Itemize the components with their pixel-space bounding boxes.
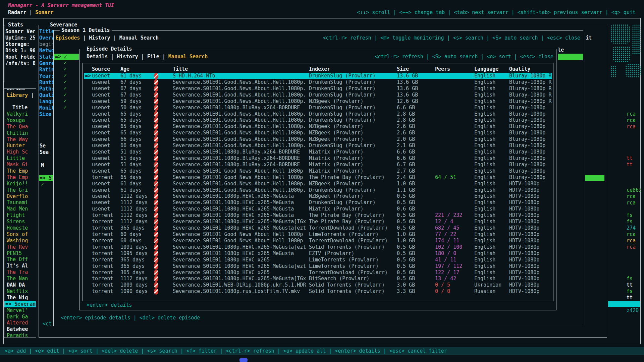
release-row[interactable]: torrent60 daysSeverance S01E01 Good News… [84, 231, 552, 238]
series-row[interactable]: Homeste [4, 225, 36, 231]
release-row[interactable]: usenet1112 daysSeverance.S01E01.1080p.HE… [84, 206, 552, 212]
episode-row-fragment[interactable]: => ✓ [54, 54, 79, 60]
selected-season-row-fragment[interactable] [585, 175, 604, 181]
series-row[interactable]: Dark Ga [4, 314, 36, 320]
clipped-column-fragment: tt [627, 295, 641, 301]
episode-tab-details[interactable]: Details [87, 54, 108, 60]
release-row[interactable]: torrent1112 daysSeverance.S01E01.1080p.H… [84, 219, 552, 225]
series-row[interactable]: Valkyri [4, 111, 36, 117]
series-row[interactable]: The Nig [4, 295, 36, 301]
series-row[interactable]: Mask Gi [4, 162, 36, 168]
series-row[interactable]: Chillin [4, 130, 36, 136]
series-row[interactable]: It's Al [4, 263, 36, 269]
release-row[interactable]: torrent1090 daysSeverance.S01E01.1080p.r… [84, 288, 552, 295]
series-row[interactable]: The Rev [4, 244, 36, 250]
release-row[interactable]: usenet67 daysSeverance.S01E01.Good.News.… [84, 79, 552, 85]
series-row[interactable]: The Qwa [4, 124, 36, 130]
series-row[interactable]: Paradis [4, 333, 36, 338]
series-row[interactable]: The Nan [4, 276, 36, 282]
release-row[interactable]: torrent365 daysSeverance S01E01 1080p HE… [84, 263, 552, 269]
release-row[interactable]: torrent1091 daysSeverance.S01E01.1080p.H… [84, 244, 552, 250]
release-row[interactable]: usenet67 daysSeverance.S01E01.Good.News.… [84, 85, 552, 92]
episode-row-fragment[interactable]: ✓ [54, 104, 79, 111]
servarr-tab-sonarr[interactable]: Sonarr [35, 9, 53, 15]
series-row[interactable]: Little [4, 155, 36, 162]
release-row[interactable]: torrent1095 daysSeverance S01E01 1080p H… [84, 250, 552, 257]
release-row[interactable]: usenet1112 daysSeverance.S01E01.1080p.HE… [84, 193, 552, 199]
series-row[interactable]: Hunter [4, 142, 36, 149]
selected-series-row-fragment[interactable] [608, 301, 640, 307]
release-row[interactable]: torrent365 daysSeverance S01E01 1080p HE… [84, 225, 552, 231]
release-row[interactable]: usenet59 daysSeverance.S01E01.Good.News.… [84, 98, 552, 105]
release-lang: English [474, 111, 508, 117]
series-row[interactable]: The Emp [4, 174, 36, 181]
selected-season-row[interactable]: => S [39, 175, 53, 181]
stats-panel-title: Stats [6, 22, 25, 28]
series-row[interactable]: High Sc [4, 149, 36, 155]
release-row[interactable]: =>usenet61 daysS-HD.H.264-NTbDrunkenSlug… [84, 73, 552, 79]
release-row[interactable]: usenet67 daysSeverance.S01E01.Good.News.… [84, 92, 552, 98]
series-row[interactable]: The Way [4, 136, 36, 143]
release-row[interactable]: usenet66 daysSeverance.S01E01.Good.News.… [84, 136, 552, 142]
release-row[interactable]: torrent365 daysSeverance S01E01 1080p HE… [84, 269, 552, 276]
series-row[interactable]: Overflo [4, 193, 36, 200]
release-row[interactable]: torrent1112 daysSeverance.S01E01.1080p.H… [84, 276, 552, 282]
episode-row-fragment[interactable]: ✓ [54, 92, 79, 98]
release-row[interactable]: usenet61 daysSeverance.S01E01.Good.News.… [84, 181, 552, 187]
episode-tab-file[interactable]: File [147, 54, 159, 60]
release-row[interactable]: usenet51 daysSeverance.S01E01.1080p.BluR… [84, 162, 552, 168]
release-row[interactable]: torrent1009 daysSeverance.S01E01.WEB-DLR… [84, 282, 552, 288]
episode-row-fragment[interactable]: ✓ [54, 85, 79, 92]
series-row[interactable]: Sons of [4, 231, 36, 238]
season-tab-bar: Episodes | History | Manual Search [56, 35, 159, 41]
series-row[interactable]: Mad Men [4, 206, 36, 212]
release-row[interactable]: torrent60 daysSeverance S01E01 Good News… [84, 238, 552, 244]
series-row[interactable]: PEN15 [4, 250, 36, 257]
release-row[interactable]: usenet65 daysSeverance.S01E01.Good.News.… [84, 117, 552, 123]
release-row[interactable]: usenet65 daysSeverance.S01E01.Good.News.… [84, 130, 552, 136]
series-field-label: Langu [39, 99, 54, 105]
release-row[interactable]: usenet51 daysSeverance.S01E01.1080p.BluR… [84, 149, 552, 155]
release-row[interactable]: usenet65 daysSeverance.S01E01.Good.News.… [84, 111, 552, 117]
series-row[interactable]: Altered [4, 320, 36, 326]
servarr-tab-radarr[interactable]: Radarr [8, 9, 26, 15]
episode-row-fragment[interactable]: ✓ [54, 79, 79, 85]
series-row[interactable]: The Emp [4, 168, 36, 174]
episode-row-fragment[interactable]: ✓ [54, 98, 79, 104]
episode-row-fragment[interactable]: ✓ [54, 60, 79, 66]
series-row[interactable]: Netflix [4, 288, 36, 295]
release-row[interactable]: usenet51 daysSeverance.S01E01.1080p.BluR… [84, 155, 552, 162]
release-row[interactable]: usenet1112 daysSeverance.S01E01.1080p.HE… [84, 199, 552, 206]
series-row[interactable]: Yosuga [4, 117, 36, 124]
tab-library[interactable]: Library [7, 92, 28, 98]
series-row[interactable]: Tsunami [4, 199, 36, 206]
series-row[interactable]: DAN DA [4, 282, 36, 288]
series-row[interactable]: Flight [4, 212, 36, 219]
series-row[interactable]: The Tra [4, 269, 36, 276]
release-row[interactable]: torrent365 daysSeverance S01E01 1080p HE… [84, 257, 552, 263]
release-row[interactable]: usenet65 daysSeverance S01E01 Good News … [84, 168, 552, 174]
release-row[interactable]: torrent65 daysSeverance S01E01 Good News… [84, 174, 552, 181]
episode-row-fragment[interactable]: ✓ [54, 66, 79, 72]
episode-row-fragment[interactable]: ✓ [54, 72, 79, 79]
selected-episode-row-fragment[interactable] [558, 54, 583, 60]
release-row[interactable]: usenet66 daysSeverance.S01E01.Good.News.… [84, 142, 552, 149]
series-row[interactable]: Marvel' [4, 307, 36, 314]
season-tab-manual-search[interactable]: Manual Search [119, 35, 159, 41]
release-row[interactable]: usenet50 daysSeverance.S01E01.1080p.BluR… [84, 105, 552, 111]
series-row[interactable]: The Off [4, 256, 36, 263]
series-row[interactable]: Keijo!! [4, 181, 36, 187]
series-row[interactable]: => Severan [4, 301, 36, 307]
series-row[interactable]: Sirens [4, 219, 36, 225]
season-tab-episodes[interactable]: Episodes [56, 35, 80, 41]
release-row[interactable]: usenet61 daysSeverance.S01E01.Good.News.… [84, 187, 552, 193]
release-row[interactable]: torrent1112 daysSeverance S01E01 1080p H… [84, 212, 552, 219]
release-row[interactable]: usenet65 daysSeverance.S01E01.Good.News.… [84, 123, 552, 130]
series-row[interactable]: Batwhee [4, 326, 36, 333]
series-row[interactable]: The Gri [4, 187, 36, 193]
season-tab-history[interactable]: History [89, 35, 110, 41]
series-panel: Series Library | Title ValkyriYosugaThe … [4, 88, 36, 338]
episode-tab-manual-search[interactable]: Manual Search [168, 54, 208, 60]
series-row[interactable]: Washing [4, 238, 36, 244]
episode-tab-history[interactable]: History [117, 54, 138, 60]
